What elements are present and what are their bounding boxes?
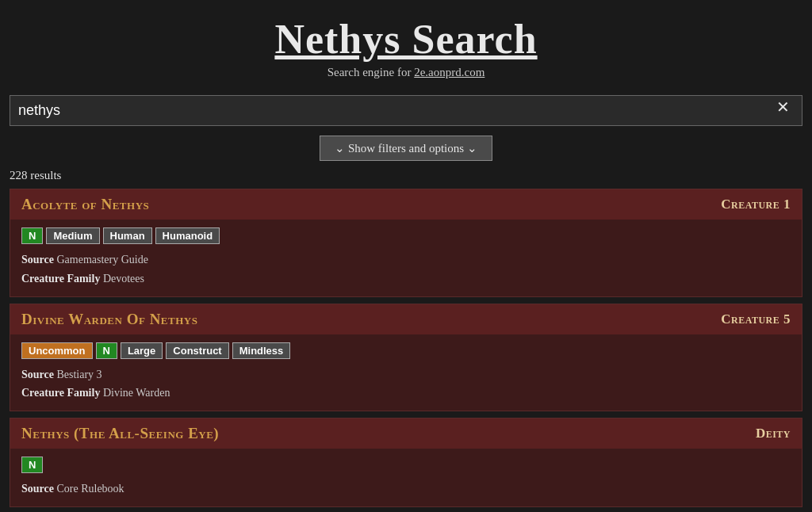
source-line: Source Bestiary 3: [21, 365, 791, 384]
filters-row: ⌄ Show filters and options ⌄: [0, 136, 812, 161]
result-type: Creature 5: [721, 311, 791, 327]
tag: Large: [121, 342, 163, 359]
tags-row: UncommonNLargeConstructMindless: [21, 342, 791, 359]
source-line: Source Core Rulebook: [21, 480, 791, 499]
result-body: NMediumHumanHumanoid Source Gamemastery …: [10, 220, 802, 296]
tags-row: NMediumHumanHumanoid: [21, 227, 791, 244]
creature-family: Creature Family Devotees: [21, 269, 791, 288]
site-title: Nethys Search: [0, 16, 812, 63]
result-header: Divine Warden Of Nethys Creature 5: [10, 304, 802, 334]
page-header: Nethys Search Search engine for 2e.aonpr…: [0, 0, 812, 87]
tag: Human: [103, 227, 152, 244]
result-header: Acolyte of Nethys Creature 1: [10, 189, 802, 220]
tag: Mindless: [232, 342, 291, 359]
result-meta: Source Bestiary 3 Creature Family Divine…: [21, 365, 791, 403]
results-list: Acolyte of Nethys Creature 1 NMediumHuma…: [0, 189, 812, 507]
result-card: Divine Warden Of Nethys Creature 5 Uncom…: [10, 304, 802, 412]
tag: Medium: [46, 227, 99, 244]
tag: N: [96, 342, 117, 359]
site-link[interactable]: 2e.aonprd.com: [414, 66, 485, 78]
result-title[interactable]: Nethys (The All-Seeing Eye): [21, 425, 219, 442]
result-type: Creature 1: [721, 197, 791, 212]
filters-button[interactable]: ⌄ Show filters and options ⌄: [320, 136, 492, 161]
tag: Uncommon: [21, 342, 93, 359]
result-type: Deity: [756, 426, 791, 441]
tag: N: [21, 227, 43, 244]
tag: Humanoid: [155, 227, 220, 244]
search-container: ✕: [0, 87, 812, 126]
source-line: Source Gamemastery Guide: [21, 250, 791, 269]
result-meta: Source Gamemastery Guide Creature Family…: [21, 250, 791, 288]
creature-family: Creature Family Divine Warden: [21, 384, 791, 403]
result-card: Nethys (The All-Seeing Eye) Deity N Sour…: [10, 418, 802, 507]
result-body: UncommonNLargeConstructMindless Source B…: [10, 334, 802, 411]
tag: Construct: [166, 342, 228, 359]
results-count: 228 results: [0, 161, 812, 189]
result-title[interactable]: Acolyte of Nethys: [21, 196, 149, 213]
result-title[interactable]: Divine Warden Of Nethys: [21, 311, 197, 328]
result-body: N Source Core Rulebook: [10, 449, 802, 506]
result-meta: Source Core Rulebook: [21, 480, 791, 499]
clear-button[interactable]: ✕: [770, 96, 796, 118]
result-card: Acolyte of Nethys Creature 1 NMediumHuma…: [10, 189, 802, 297]
tags-row: N: [21, 457, 791, 473]
result-header: Nethys (The All-Seeing Eye) Deity: [10, 418, 802, 449]
tag: N: [21, 457, 43, 473]
subtitle: Search engine for 2e.aonprd.com: [0, 66, 812, 79]
search-input[interactable]: [10, 95, 802, 126]
